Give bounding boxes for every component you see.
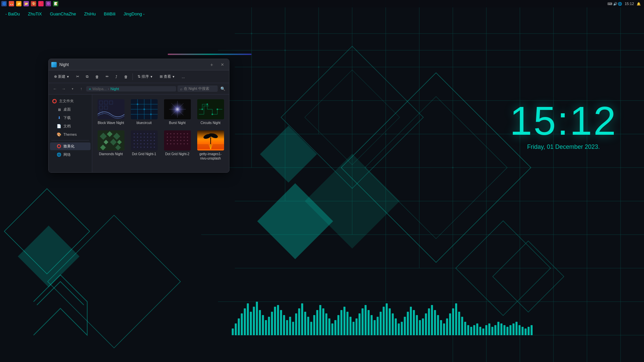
explorer-add-tab-button[interactable]: + xyxy=(208,61,216,69)
sidebar-header-main[interactable]: ⭕ 主文件夹 xyxy=(49,97,92,105)
explorer-addressbar: ← → ▾ ↑ « Wallpa... › Night ⌕ 在 Night 中搜… xyxy=(49,83,229,95)
vis-bar xyxy=(377,317,379,335)
file-item-diamonds[interactable]: Diamonds Night xyxy=(95,128,127,163)
nav-forward-button[interactable]: → xyxy=(60,85,67,93)
svg-point-127 xyxy=(177,137,178,138)
bookmark-zhutix[interactable]: ZhuTiX xyxy=(28,11,42,16)
path-night[interactable]: Night xyxy=(110,87,119,91)
svg-point-103 xyxy=(137,143,138,144)
file-item-blockwave[interactable]: Block Wave Night xyxy=(95,97,127,127)
svg-point-57 xyxy=(137,104,138,105)
nav-back-button[interactable]: ← xyxy=(51,85,59,93)
svg-point-105 xyxy=(144,143,145,144)
sidebar-item-network[interactable]: 🌐 网络 xyxy=(50,151,91,159)
network-icon: 🌐 xyxy=(57,153,61,157)
svg-point-142 xyxy=(180,143,181,144)
svg-point-137 xyxy=(187,140,188,141)
svg-point-101 xyxy=(154,140,155,141)
svg-point-84 xyxy=(144,133,145,134)
vis-bar xyxy=(307,317,309,335)
taskbar-icon-2[interactable]: 📁 xyxy=(16,1,21,6)
file-item-circuits[interactable]: Circuits Night xyxy=(195,97,226,127)
address-path[interactable]: « Wallpa... › Night xyxy=(86,86,176,92)
toolbar-view-button[interactable]: ⊞ 查看 ▼ xyxy=(157,73,178,80)
vis-bar xyxy=(371,315,373,335)
taskbar-icon-5[interactable]: ⭕ xyxy=(38,1,44,6)
search-box[interactable]: ⌕ 在 Night 中搜索 xyxy=(177,85,218,92)
bookmark-bilibili[interactable]: BiliBili xyxy=(104,11,116,16)
taskbar-icon-1[interactable]: 🦊 xyxy=(9,1,14,6)
vis-bar xyxy=(479,327,481,335)
file-item-getty[interactable]: getty-images1-nivu-unsplash xyxy=(195,128,226,163)
vis-bar xyxy=(334,320,336,335)
toolbar-cut-button[interactable]: ✂ xyxy=(73,73,82,80)
sidebar-item-meihhua[interactable]: ⭕ 致美化 xyxy=(50,142,91,150)
bookmark-baidu[interactable]: - BaiDu xyxy=(5,11,20,16)
vis-bar xyxy=(494,325,496,335)
vis-bar xyxy=(488,323,490,335)
svg-point-123 xyxy=(187,133,188,134)
toolbar-trash-button[interactable]: 🗑 xyxy=(121,74,130,80)
svg-point-83 xyxy=(140,133,141,134)
toolbar-more-button[interactable]: ... xyxy=(179,74,187,80)
file-thumbnail-dotgrid2 xyxy=(164,130,191,150)
file-item-dotgrid2[interactable]: Dot Grid Night-2 xyxy=(161,128,193,163)
search-placeholder: 在 Night 中搜索 xyxy=(184,86,209,91)
taskbar-icon-6[interactable]: 🟣 xyxy=(46,1,51,6)
taskbar-clock: 15:12 xyxy=(625,2,634,6)
vis-bar xyxy=(337,315,339,335)
file-name-diamonds: Diamonds Night xyxy=(99,152,123,156)
taskbar-icon-7[interactable]: 📝 xyxy=(53,1,58,6)
toolbar-share-button[interactable]: ⤴ xyxy=(113,74,120,80)
explorer-close-button[interactable]: ✕ xyxy=(218,61,226,69)
sidebar-downloads-label: 下载 xyxy=(63,115,71,120)
clock-widget: 15:12 Friday, 01 December 2023. xyxy=(510,101,617,150)
vis-bar xyxy=(516,322,518,335)
taskbar-icon-0[interactable]: 🌀 xyxy=(1,1,7,6)
toolbar-new-button[interactable]: ⊕ 新建 ▼ xyxy=(51,73,72,80)
vis-bar xyxy=(340,310,342,335)
file-thumbnail-blockwave xyxy=(98,99,124,119)
sidebar-item-desktop[interactable]: 🖥 桌面 xyxy=(50,106,91,113)
vis-bar xyxy=(365,305,367,335)
taskbar-icon-4[interactable]: 🎨 xyxy=(31,1,36,6)
svg-point-138 xyxy=(167,143,168,144)
svg-point-67 xyxy=(202,109,203,110)
vis-bar xyxy=(374,320,376,335)
bookmark-guanchaZhe[interactable]: GuanChaZhe xyxy=(50,11,76,16)
vis-bar xyxy=(253,307,255,335)
sidebar-item-downloads[interactable]: ⬇ 下载 xyxy=(50,114,91,122)
file-item-burst[interactable]: Burst Night xyxy=(161,97,193,127)
vis-bar xyxy=(431,305,433,335)
nav-up-button[interactable]: ↑ xyxy=(77,85,85,93)
file-item-dotgrid1[interactable]: Dot Grid Night-1 xyxy=(128,128,160,163)
toolbar-rename-button[interactable]: ✏ xyxy=(103,73,111,80)
vis-bar xyxy=(522,327,524,335)
taskbar-icon-3[interactable]: 📂 xyxy=(23,1,29,6)
file-item-bluecircuit[interactable]: bluecircuit xyxy=(128,97,160,127)
sidebar-item-documents[interactable]: 📄 文档 xyxy=(50,122,91,130)
svg-point-81 xyxy=(133,133,135,134)
svg-point-70 xyxy=(217,109,218,110)
path-wallpapers[interactable]: « xyxy=(89,87,91,91)
search-button[interactable]: 🔍 xyxy=(219,85,226,93)
svg-point-36 xyxy=(318,66,319,68)
vis-bar xyxy=(328,318,330,335)
vis-bar xyxy=(313,315,315,335)
vis-bar xyxy=(404,317,406,335)
toolbar-copy-button[interactable]: ⧉ xyxy=(83,73,91,80)
svg-point-125 xyxy=(170,137,171,138)
svg-point-92 xyxy=(147,137,148,138)
taskbar-notification[interactable]: 🔔 xyxy=(637,2,641,6)
bookmarks-bar: - BaiDu ZhuTiX GuanChaZhe ZhiHu BiliBili… xyxy=(0,7,644,20)
bookmark-jingdong[interactable]: JingDong - xyxy=(123,11,145,16)
svg-point-120 xyxy=(177,133,178,134)
bookmark-zhihu[interactable]: ZhiHu xyxy=(84,11,96,16)
svg-point-143 xyxy=(183,143,184,144)
search-icon: ⌕ xyxy=(180,87,182,91)
toolbar-sort-button[interactable]: ⇅ 排序 ▼ xyxy=(135,73,156,80)
sidebar-item-themes[interactable]: 🎨 Themes xyxy=(50,131,91,138)
nav-dropdown-button[interactable]: ▾ xyxy=(69,85,76,93)
toolbar-delete-button[interactable]: 🗑 xyxy=(93,74,102,80)
vis-bar xyxy=(316,310,318,335)
